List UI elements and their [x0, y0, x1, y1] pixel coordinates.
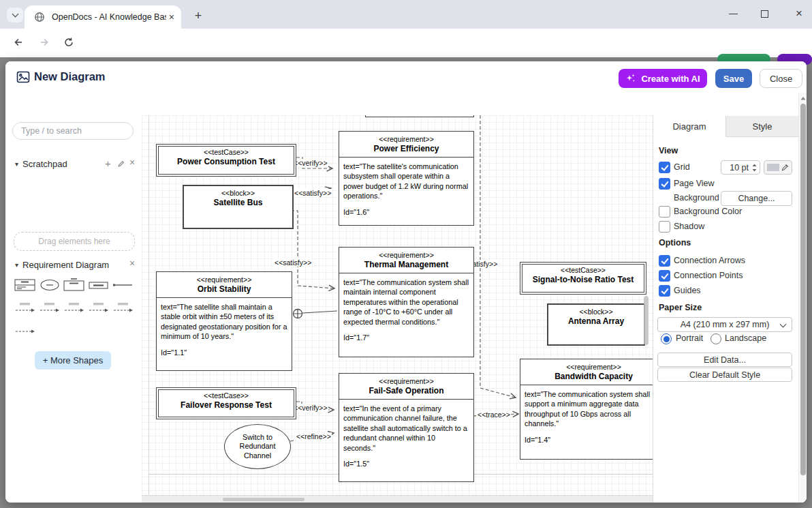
shadow-checkbox[interactable]: [659, 221, 670, 233]
view-heading: View: [659, 146, 678, 155]
shape-labeled-box[interactable]: [87, 278, 110, 293]
node-text: text="In the event of a primary communic…: [343, 404, 469, 453]
node-bandwidth-capacity[interactable]: <<requirement>> Bandwidth Capacity text=…: [520, 359, 653, 460]
shapes-section-close-icon[interactable]: ×: [129, 258, 135, 269]
node-stereotype: <<requirement>>: [158, 274, 290, 284]
grid-size-input[interactable]: 10 pt: [721, 160, 760, 175]
node-power-efficiency[interactable]: <<requirement>> Power Efficiency text="T…: [339, 131, 474, 226]
shape-search-input[interactable]: [12, 122, 134, 140]
back-button[interactable]: [10, 34, 27, 50]
connector-containment[interactable]: [302, 311, 337, 313]
new-tab-button[interactable]: +: [191, 8, 206, 23]
node-failover-response-test[interactable]: <<testCase>> Failover Response Test: [156, 387, 296, 419]
node-signal-to-noise-ratio-test[interactable]: <<testCase>> Signal-to-Noise Ratio Test: [520, 262, 646, 295]
node-name: Thermal Management: [341, 260, 472, 270]
close-label: Close: [770, 74, 792, 84]
scratchpad-edit-icon[interactable]: [117, 160, 125, 168]
save-button[interactable]: Save: [715, 69, 752, 88]
panel-scrollbar-thumb[interactable]: [800, 104, 806, 475]
shape-block[interactable]: [63, 278, 86, 293]
collapse-triangle-icon: ▾: [15, 160, 18, 168]
node-text: text="The satellite shall maintain a sta…: [161, 302, 287, 342]
tab-search-button[interactable]: [7, 8, 23, 23]
tab-style[interactable]: Style: [726, 116, 798, 136]
shape-connector-refine[interactable]: [87, 301, 110, 316]
background-change-button[interactable]: Change...: [721, 191, 792, 206]
window-minimize-button[interactable]: [729, 14, 738, 23]
browser-tab[interactable]: OpenDocs - AI Knowledge Base ×: [25, 5, 181, 29]
grid-size-value: 10 pt: [730, 163, 749, 173]
shapes-section-title: Requirement Diagram: [22, 260, 109, 270]
node-stereotype: <<requirement>>: [341, 134, 472, 144]
scratchpad-section-header[interactable]: ▾ Scratchpad: [15, 159, 67, 169]
background-color-checkbox[interactable]: [659, 206, 670, 218]
canvas-hscrollbar-track[interactable]: [142, 495, 653, 503]
connector-label-satisfy: <<satisfy>>: [274, 258, 312, 267]
diagram-canvas[interactable]: <<verify>> <<satisfy>> <<satisfy>> <<sat…: [142, 115, 653, 495]
connection-points-label: Connection Points: [674, 270, 743, 281]
node-switch-redundant-channel[interactable]: Switch to Redundant Channel: [224, 424, 291, 469]
requirement-diagram-section-header[interactable]: ▾ Requirement Diagram: [15, 260, 109, 270]
browser-url-bar: ai-toolbox.visual-paradigm.com/app/opend…: [0, 29, 812, 57]
connection-points-checkbox[interactable]: [659, 270, 670, 282]
forward-icon: [39, 37, 50, 48]
tab-diagram[interactable]: Diagram: [653, 116, 726, 137]
spinner-icon[interactable]: [751, 163, 758, 173]
scratchpad-close-icon[interactable]: ×: [129, 157, 135, 168]
node-text: text="The communication system shall mai…: [343, 278, 469, 327]
grid-checkbox[interactable]: [659, 162, 670, 173]
node-text: text="The communication system shall sup…: [525, 389, 653, 429]
window-maximize-button[interactable]: [761, 10, 768, 18]
node-stereotype: <<requirement>>: [522, 361, 653, 372]
edit-data-label: Edit Data...: [704, 355, 746, 365]
more-shapes-button[interactable]: + More Shapes: [35, 351, 111, 370]
back-icon: [13, 37, 24, 48]
guides-checkbox[interactable]: [659, 285, 670, 297]
tab-diagram-label: Diagram: [672, 121, 706, 132]
portrait-radio[interactable]: [661, 333, 672, 344]
scratchpad-add-icon[interactable]: +: [105, 158, 111, 169]
connector-label-refine: <<refine>>: [296, 432, 332, 440]
connector-satisfy-right[interactable]: [480, 115, 516, 398]
node-antenna-array[interactable]: <<block>> Antenna Array: [547, 303, 645, 346]
connection-arrows-checkbox[interactable]: [659, 255, 670, 267]
scroll-up-arrow-icon[interactable]: [800, 96, 806, 100]
grid-color-picker[interactable]: [764, 160, 792, 175]
paper-size-select[interactable]: A4 (210 mm x 297 mm): [657, 317, 792, 332]
tab-close-icon[interactable]: ×: [169, 12, 174, 23]
scratchpad-drop-area[interactable]: Drag elements here: [14, 232, 135, 251]
shape-connector-trace[interactable]: [112, 301, 135, 316]
node-satellite-bus[interactable]: <<block>> Satellite Bus: [183, 185, 294, 229]
shape-connector-derive[interactable]: [63, 301, 86, 316]
shape-connector-copy[interactable]: [14, 324, 37, 339]
canvas-hscrollbar-thumb[interactable]: [223, 498, 304, 501]
close-button[interactable]: Close: [760, 69, 802, 88]
page-view-checkbox[interactable]: [659, 178, 670, 190]
shape-requirement[interactable]: [14, 278, 37, 293]
canvas-vertical-scrollbar[interactable]: [644, 296, 649, 345]
node-cutoff-top[interactable]: [365, 115, 474, 117]
window-close-button[interactable]: ×: [791, 5, 807, 22]
node-name: Power Consumption Test: [159, 157, 294, 167]
shape-connector-verify[interactable]: [14, 301, 37, 316]
screen: OpenDocs - AI Knowledge Base × + × ai-to…: [0, 0, 812, 508]
shape-connector-satisfy[interactable]: [38, 301, 61, 316]
landscape-radio[interactable]: [710, 333, 721, 344]
reload-button[interactable]: [60, 34, 78, 50]
create-with-ai-button[interactable]: Create with AI: [619, 69, 707, 88]
panel-scrollbar-track[interactable]: [798, 93, 807, 503]
node-thermal-management[interactable]: <<requirement>> Thermal Management text=…: [339, 247, 474, 357]
node-stereotype: <<testCase>>: [522, 265, 644, 275]
node-id: Id="1.5": [343, 459, 469, 468]
clear-default-style-button[interactable]: Clear Default Style: [657, 368, 792, 382]
edit-data-button[interactable]: Edit Data...: [657, 353, 792, 367]
node-orbit-stability[interactable]: <<requirement>> Orbit Stability text="Th…: [156, 271, 292, 371]
shape-testcase-ellipse[interactable]: [38, 278, 61, 293]
connector-satisfy-mid[interactable]: [291, 211, 334, 288]
node-fail-safe-operation[interactable]: <<requirement>> Fail-Safe Operation text…: [339, 373, 474, 482]
forward-button[interactable]: [35, 34, 53, 50]
eyedropper-icon: [781, 164, 789, 171]
drag-hint-label: Drag elements here: [38, 237, 110, 246]
shape-line[interactable]: [112, 278, 135, 293]
node-power-consumption-test[interactable]: <<testCase>> Power Consumption Test: [156, 144, 296, 177]
